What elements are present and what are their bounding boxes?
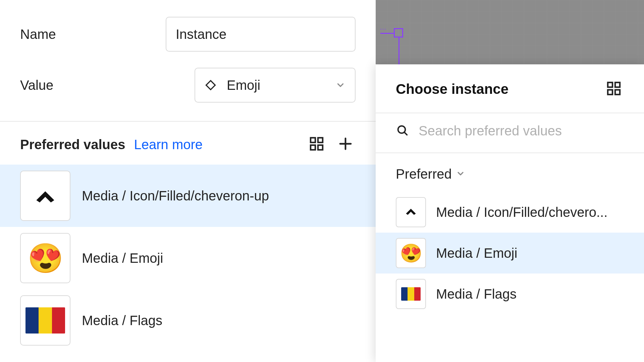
popup-header: Choose instance xyxy=(376,64,644,113)
popup-item-label: Media / Icon/Filled/chevero... xyxy=(436,205,607,220)
popup-title: Choose instance xyxy=(396,81,604,97)
grid-icon xyxy=(309,136,325,153)
properties-panel: Name Value Emoji Preferred values Learn … xyxy=(0,0,376,362)
chevron-down-icon xyxy=(335,80,345,90)
flag-ro-icon xyxy=(25,307,65,334)
popup-item-thumb xyxy=(396,279,426,309)
preferred-item-thumb xyxy=(20,295,70,346)
svg-rect-2 xyxy=(311,145,315,150)
emoji-hearts-icon: 😍 xyxy=(400,243,422,264)
preferred-item-label: Media / Flags xyxy=(82,313,162,328)
popup-filter-label: Preferred xyxy=(396,167,452,182)
popup-item[interactable]: Media / Flags xyxy=(376,274,644,314)
value-select-text: Emoji xyxy=(227,78,325,93)
preferred-item-label: Media / Emoji xyxy=(82,251,163,266)
popup-item[interactable]: Media / Icon/Filled/chevero... xyxy=(376,192,644,233)
canvas-area[interactable]: ⋯ Choose instance Prefer xyxy=(376,0,644,362)
value-select[interactable]: Emoji xyxy=(195,68,356,103)
canvas-selection-indicator: ⋯ xyxy=(394,28,403,38)
preferred-item[interactable]: Media / Flags xyxy=(0,289,376,352)
name-label: Name xyxy=(20,27,166,42)
svg-rect-9 xyxy=(615,90,620,95)
popup-grid-view-button[interactable] xyxy=(604,79,624,99)
svg-rect-8 xyxy=(608,90,612,95)
name-input[interactable] xyxy=(166,17,356,52)
svg-rect-3 xyxy=(318,145,323,150)
name-row: Name xyxy=(20,17,356,52)
popup-item[interactable]: 😍 Media / Emoji xyxy=(376,233,644,274)
popup-item-label: Media / Emoji xyxy=(436,246,517,261)
learn-more-link[interactable]: Learn more xyxy=(134,137,203,152)
preferred-item-thumb xyxy=(20,171,70,221)
flag-ro-icon xyxy=(401,287,421,301)
preferred-header: Preferred values Learn more xyxy=(0,122,376,165)
preferred-item-label: Media / Icon/Filled/cheveron-up xyxy=(82,188,269,203)
search-icon xyxy=(396,124,409,138)
diamond-icon xyxy=(205,79,217,91)
preferred-item[interactable]: Media / Icon/Filled/cheveron-up xyxy=(0,165,376,227)
popup-list: Media / Icon/Filled/chevero... 😍 Media /… xyxy=(376,192,644,314)
svg-rect-0 xyxy=(311,138,315,142)
popup-search-row xyxy=(376,113,644,153)
chevron-up-icon xyxy=(404,202,418,223)
svg-rect-7 xyxy=(615,82,620,87)
form-section: Name Value Emoji xyxy=(0,0,376,122)
value-label: Value xyxy=(20,78,195,93)
grid-view-button[interactable] xyxy=(307,134,327,155)
svg-rect-6 xyxy=(608,82,612,87)
popup-filter-dropdown[interactable]: Preferred xyxy=(376,153,644,192)
svg-rect-1 xyxy=(318,138,323,142)
emoji-hearts-icon: 😍 xyxy=(28,241,63,275)
choose-instance-popup: Choose instance Preferred xyxy=(376,64,644,362)
chevron-up-icon xyxy=(30,181,60,211)
preferred-heading: Preferred values xyxy=(20,137,125,152)
add-button[interactable] xyxy=(335,134,356,155)
popup-item-thumb: 😍 xyxy=(396,238,426,268)
preferred-item[interactable]: 😍 Media / Emoji xyxy=(0,227,376,289)
grid-icon xyxy=(606,80,622,98)
popup-item-label: Media / Flags xyxy=(436,287,517,302)
preferred-list: Media / Icon/Filled/cheveron-up 😍 Media … xyxy=(0,165,376,352)
chevron-down-icon xyxy=(456,169,465,180)
svg-line-11 xyxy=(404,132,407,135)
plus-icon xyxy=(337,136,354,153)
popup-item-thumb xyxy=(396,197,426,227)
preferred-item-thumb: 😍 xyxy=(20,233,70,283)
value-row: Value Emoji xyxy=(20,68,356,103)
popup-search-input[interactable] xyxy=(419,123,624,138)
